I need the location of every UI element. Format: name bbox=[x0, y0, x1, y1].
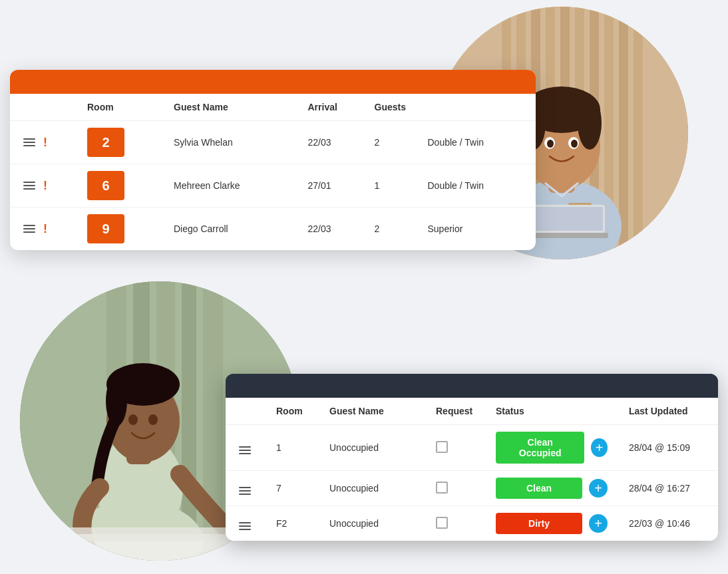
departures-card: Room Guest Name Arrival Guests ! 2 Sylvi… bbox=[10, 70, 536, 250]
svg-point-38 bbox=[128, 414, 138, 425]
room-cell: F2 bbox=[266, 506, 319, 541]
departure-row: ! 2 Sylvia Whelan 22/03 2 Double / Twin bbox=[10, 121, 536, 164]
svg-point-19 bbox=[547, 140, 554, 148]
menu-icon[interactable] bbox=[21, 179, 38, 192]
row-actions: ! bbox=[10, 121, 77, 164]
guests-cell: 1 bbox=[364, 164, 417, 208]
add-icon[interactable]: + bbox=[591, 438, 608, 457]
svg-rect-10 bbox=[634, 7, 643, 259]
col-icons bbox=[10, 94, 77, 121]
room-cell: 7 bbox=[266, 471, 319, 506]
type-cell: Double / Twin bbox=[417, 164, 536, 208]
svg-point-39 bbox=[148, 414, 158, 425]
request-checkbox[interactable] bbox=[436, 482, 448, 494]
request-checkbox[interactable] bbox=[436, 441, 448, 453]
request-checkbox[interactable] bbox=[436, 517, 448, 529]
guest-cell: Unoccupied bbox=[319, 425, 425, 471]
menu-icon[interactable] bbox=[21, 222, 38, 235]
row-menu-cell bbox=[226, 425, 266, 471]
menu-icon[interactable] bbox=[236, 484, 254, 498]
type-cell: Double / Twin bbox=[417, 121, 536, 164]
col-room-clean: Room bbox=[266, 398, 319, 425]
status-button[interactable]: Clean bbox=[496, 478, 582, 499]
status-cell: Clean Occupied + bbox=[485, 425, 618, 471]
room-badge: 6 bbox=[87, 171, 124, 200]
menu-icon[interactable] bbox=[236, 444, 254, 457]
add-icon[interactable]: + bbox=[589, 479, 608, 498]
guest-cell: Sylvia Whelan bbox=[163, 121, 297, 164]
guest-cell: Unoccupied bbox=[319, 506, 425, 541]
departure-row: ! 6 Mehreen Clarke 27/01 1 Double / Twin bbox=[10, 164, 536, 208]
clean-rooms-header bbox=[226, 374, 718, 398]
exclamation-icon: ! bbox=[42, 179, 49, 193]
departures-table: Room Guest Name Arrival Guests ! 2 Sylvi… bbox=[10, 94, 536, 250]
col-updated: Last Updated bbox=[618, 398, 718, 425]
guest-cell: Diego Carroll bbox=[163, 208, 297, 251]
svg-point-16 bbox=[578, 96, 602, 150]
row-menu-cell bbox=[226, 471, 266, 506]
col-type bbox=[417, 94, 536, 121]
arrival-cell: 22/03 bbox=[297, 208, 364, 251]
col-guest-clean: Guest Name bbox=[319, 398, 425, 425]
clean-rooms-table: Room Guest Name Request Status Last Upda… bbox=[226, 398, 718, 541]
type-cell: Superior bbox=[417, 208, 536, 251]
clean-rooms-card: Room Guest Name Request Status Last Upda… bbox=[226, 374, 718, 541]
menu-icon[interactable] bbox=[236, 519, 254, 533]
request-cell bbox=[425, 425, 485, 471]
room-cell: 6 bbox=[77, 164, 163, 208]
clean-room-row: 1 Unoccupied Clean Occupied + 28/04 @ 15… bbox=[226, 425, 718, 471]
arrival-cell: 27/01 bbox=[297, 164, 364, 208]
row-actions: ! bbox=[10, 208, 77, 251]
guest-cell: Mehreen Clarke bbox=[163, 164, 297, 208]
status-cell: Dirty + bbox=[485, 506, 618, 541]
row-actions: ! bbox=[10, 164, 77, 208]
room-cell: 9 bbox=[77, 208, 163, 251]
col-guests: Guests bbox=[364, 94, 417, 121]
exclamation-icon: ! bbox=[42, 136, 49, 150]
guest-cell: Unoccupied bbox=[319, 471, 425, 506]
status-button[interactable]: Dirty bbox=[496, 513, 582, 534]
room-badge: 9 bbox=[87, 214, 124, 243]
arrival-cell: 22/03 bbox=[297, 121, 364, 164]
svg-point-20 bbox=[571, 140, 578, 148]
col-status: Status bbox=[485, 398, 618, 425]
status-cell: Clean + bbox=[485, 471, 618, 506]
row-menu-cell bbox=[226, 506, 266, 541]
clean-room-row: F2 Unoccupied Dirty + 22/03 @ 10:46 bbox=[226, 506, 718, 541]
room-cell: 2 bbox=[77, 121, 163, 164]
guests-cell: 2 bbox=[364, 121, 417, 164]
room-cell: 1 bbox=[266, 425, 319, 471]
updated-cell: 28/04 @ 15:09 bbox=[618, 425, 718, 471]
menu-icon[interactable] bbox=[21, 136, 38, 149]
col-guest: Guest Name bbox=[163, 94, 297, 121]
col-arrival: Arrival bbox=[297, 94, 364, 121]
room-badge: 2 bbox=[87, 128, 124, 157]
svg-point-37 bbox=[130, 370, 156, 390]
col-room: Room bbox=[77, 94, 163, 121]
guests-cell: 2 bbox=[364, 208, 417, 251]
exclamation-icon: ! bbox=[42, 222, 49, 236]
clean-room-row: 7 Unoccupied Clean + 28/04 @ 16:27 bbox=[226, 471, 718, 506]
add-icon[interactable]: + bbox=[589, 514, 608, 533]
col-request: Request bbox=[425, 398, 485, 425]
departures-header bbox=[10, 70, 536, 94]
updated-cell: 28/04 @ 16:27 bbox=[618, 471, 718, 506]
request-cell bbox=[425, 471, 485, 506]
updated-cell: 22/03 @ 10:46 bbox=[618, 506, 718, 541]
col-menu bbox=[226, 398, 266, 425]
departure-row: ! 9 Diego Carroll 22/03 2 Superior bbox=[10, 208, 536, 251]
request-cell bbox=[425, 506, 485, 541]
status-button[interactable]: Clean Occupied bbox=[496, 432, 584, 464]
